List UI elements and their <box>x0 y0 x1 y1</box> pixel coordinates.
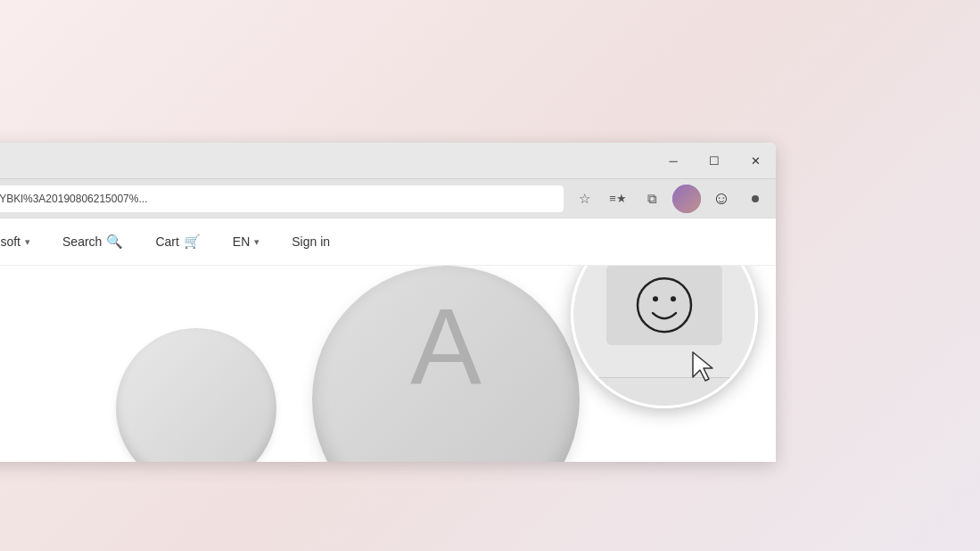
language-label: EN <box>233 234 250 249</box>
cart-nav-item[interactable]: Cart 🛒 <box>139 218 216 265</box>
microsoft-label: rosoft <box>0 234 21 249</box>
star-icon: ☆ <box>579 191 590 207</box>
smiley-icon: ☺ <box>712 188 730 209</box>
zoom-bottom-strip <box>573 377 755 406</box>
ellipsis-icon <box>752 195 759 202</box>
close-button[interactable]: ✕ <box>735 143 776 178</box>
microsoft-a-logo: A <box>410 292 482 399</box>
url-text: AfYBKl%3A20190806215007%... <box>0 193 555 205</box>
svg-point-2 <box>671 296 676 301</box>
address-bar[interactable]: AfYBKl%3A20190806215007%... <box>0 185 564 212</box>
more-options-button[interactable] <box>742 185 769 212</box>
page-content: A <box>0 266 776 462</box>
decorative-circle-right: A <box>312 266 580 462</box>
add-tab-button[interactable]: ⧉ <box>638 185 665 212</box>
maximize-button[interactable]: ☐ <box>694 143 735 178</box>
minimize-button[interactable]: ─ <box>653 143 694 178</box>
title-bar: ─ ☐ ✕ <box>0 143 776 178</box>
cart-label: Cart <box>155 234 178 249</box>
svg-point-0 <box>638 278 691 332</box>
zoom-magnifier-circle <box>571 266 758 408</box>
search-icon: 🔍 <box>106 234 123 250</box>
language-nav-item[interactable]: EN ▾ <box>217 218 276 265</box>
reading-list-button[interactable]: ≡★ <box>605 185 631 212</box>
signin-nav-item[interactable]: Sign in <box>276 218 346 265</box>
microsoft-nav-item[interactable]: rosoft ▾ <box>0 218 46 265</box>
search-label: Search <box>62 234 102 249</box>
svg-point-1 <box>653 296 658 301</box>
window-controls: ─ ☐ ✕ <box>653 143 776 178</box>
favorite-button[interactable]: ☆ <box>571 185 597 212</box>
profile-button[interactable] <box>672 185 701 213</box>
language-chevron-icon: ▾ <box>254 236 259 248</box>
zoom-circle-inner <box>573 266 755 406</box>
avatar <box>672 185 701 213</box>
browser-window: ─ ☐ ✕ AfYBKl%3A20190806215007%... ☆ ≡★ ⧉ <box>0 143 776 462</box>
search-nav-item[interactable]: Search 🔍 <box>46 218 139 265</box>
duplicate-tab-icon: ⧉ <box>647 191 657 207</box>
site-navigation: rosoft ▾ Search 🔍 Cart 🛒 EN ▾ Sign in <box>0 218 776 266</box>
cursor-arrow <box>691 350 716 386</box>
smiley-magnified-area <box>606 266 722 345</box>
reading-list-icon: ≡★ <box>609 192 627 205</box>
cart-icon: 🛒 <box>184 234 201 250</box>
signin-label: Sign in <box>292 234 330 249</box>
feedback-button[interactable]: ☺ <box>708 185 735 212</box>
address-bar-row: AfYBKl%3A20190806215007%... ☆ ≡★ ⧉ ☺ <box>0 178 776 218</box>
smiley-face-svg <box>633 274 696 336</box>
microsoft-chevron-icon: ▾ <box>25 236 30 248</box>
svg-marker-3 <box>693 352 712 381</box>
decorative-circle-left <box>116 328 276 462</box>
